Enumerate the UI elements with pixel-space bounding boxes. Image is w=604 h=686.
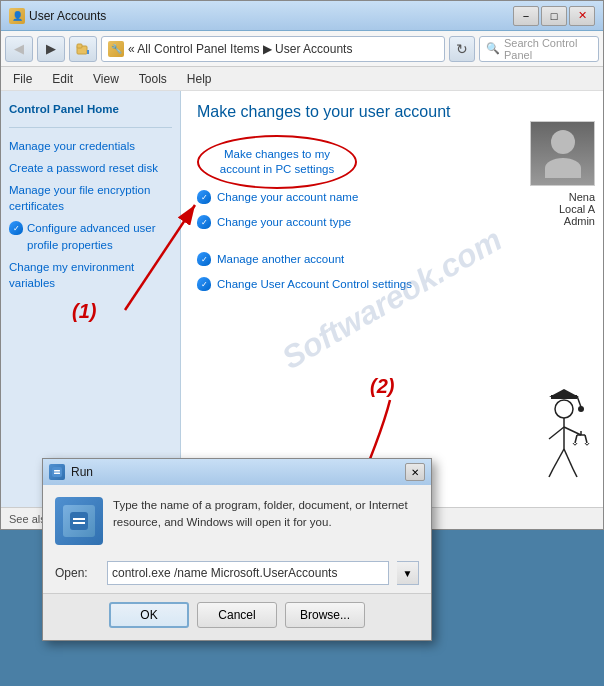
stick-figure [535, 387, 595, 487]
action-link-manage[interactable]: Manage another account [217, 253, 344, 265]
svg-line-12 [575, 435, 577, 443]
svg-line-15 [549, 469, 553, 477]
run-description: Type the name of a program, folder, docu… [113, 497, 419, 545]
main-window: 👤 User Accounts − □ ✕ ◀ ▶ 🔧 « All Contro… [0, 0, 604, 530]
avatar-head [551, 130, 575, 154]
address-bar: ◀ ▶ 🔧 « All Control Panel Items ▶ User A… [1, 31, 603, 67]
svg-rect-20 [54, 473, 60, 475]
svg-rect-18 [52, 467, 62, 477]
run-title-text: Run [71, 465, 93, 479]
svg-rect-21 [70, 512, 88, 530]
title-bar: 👤 User Accounts − □ ✕ [1, 1, 603, 31]
run-dialog: Run ✕ Type the name of a program, folder… [42, 458, 432, 641]
sidebar: Control Panel Home Manage your credentia… [1, 91, 181, 507]
sidebar-advanced-profile[interactable]: Configure advanced user profile properti… [9, 220, 172, 252]
run-app-icon [55, 497, 103, 545]
sidebar-file-encryption[interactable]: Manage your file encryption certificates [9, 182, 172, 214]
annotation-2: (2) [370, 375, 394, 398]
svg-rect-19 [54, 470, 60, 472]
window-icon: 👤 [9, 8, 25, 24]
action-change-name: Change your account name [197, 189, 587, 204]
sidebar-separator [9, 127, 172, 128]
svg-line-14 [553, 449, 564, 469]
svg-line-4 [577, 396, 581, 407]
svg-line-16 [564, 449, 573, 469]
up-button[interactable] [69, 36, 97, 62]
shield-icon-3 [197, 252, 211, 266]
shield-icon-4 [197, 277, 211, 291]
user-avatar [530, 121, 595, 186]
action-link-uac[interactable]: Change User Account Control settings [217, 278, 412, 290]
title-controls: − □ ✕ [513, 6, 595, 26]
search-icon: 🔍 [486, 42, 500, 55]
shield-icon-2 [197, 215, 211, 229]
shield-icon [9, 221, 23, 235]
svg-point-5 [578, 406, 584, 412]
back-button[interactable]: ◀ [5, 36, 33, 62]
run-ok-button[interactable]: OK [109, 602, 189, 628]
panel-title: Make changes to your user account [197, 103, 587, 121]
pc-settings-link[interactable]: Make changes to my account in PC setting… [199, 147, 355, 177]
spacer [197, 239, 587, 251]
svg-rect-1 [77, 44, 82, 48]
svg-line-17 [573, 469, 577, 477]
svg-point-6 [555, 400, 573, 418]
menu-edit[interactable]: Edit [48, 70, 77, 88]
svg-marker-3 [549, 389, 579, 397]
run-cancel-button[interactable]: Cancel [197, 602, 277, 628]
sidebar-home[interactable]: Control Panel Home [9, 101, 172, 117]
menu-view[interactable]: View [89, 70, 123, 88]
run-title-bar: Run ✕ [43, 459, 431, 485]
main-panel: Make changes to your user account Make c… [181, 91, 603, 507]
user-name: Nena Local A Admin [559, 191, 595, 227]
run-browse-button[interactable]: Browse... [285, 602, 365, 628]
run-icon [49, 464, 65, 480]
action-link-name[interactable]: Change your account name [217, 191, 358, 203]
address-path[interactable]: 🔧 « All Control Panel Items ▶ User Accou… [101, 36, 445, 62]
actions-list: Change your account name Change your acc… [197, 189, 587, 291]
close-button[interactable]: ✕ [569, 6, 595, 26]
sidebar-create-reset-disk[interactable]: Create a password reset disk [9, 160, 172, 176]
search-box[interactable]: 🔍 Search Control Panel [479, 36, 599, 62]
run-title-left: Run [49, 464, 93, 480]
menu-bar: File Edit View Tools Help [1, 67, 603, 91]
run-app-inner [63, 505, 95, 537]
path-text: « All Control Panel Items ▶ User Account… [128, 42, 352, 56]
sidebar-manage-credentials[interactable]: Manage your credentials [9, 138, 172, 154]
maximize-button[interactable]: □ [541, 6, 567, 26]
avatar-placeholder [531, 122, 594, 185]
svg-line-9 [564, 427, 581, 435]
run-body: Type the name of a program, folder, docu… [43, 485, 431, 557]
title-bar-left: 👤 User Accounts [9, 8, 106, 24]
forward-button[interactable]: ▶ [37, 36, 65, 62]
svg-line-13 [585, 435, 587, 443]
sidebar-environment-variables[interactable]: Change my environment variables [9, 259, 172, 291]
svg-line-8 [549, 427, 564, 439]
run-open-row: Open: ▼ [43, 557, 431, 593]
refresh-button[interactable]: ↻ [449, 36, 475, 62]
annotation-1: (1) [72, 300, 96, 323]
svg-rect-23 [73, 522, 85, 524]
action-link-type[interactable]: Change your account type [217, 216, 351, 228]
action-uac-settings: Change User Account Control settings [197, 276, 587, 291]
run-close-button[interactable]: ✕ [405, 463, 425, 481]
run-buttons: OK Cancel Browse... [43, 593, 431, 640]
run-dropdown-arrow[interactable]: ▼ [397, 561, 419, 585]
run-input[interactable] [107, 561, 389, 585]
avatar-body [545, 158, 581, 178]
action-change-type: Change your account type [197, 214, 587, 229]
search-placeholder: Search Control Panel [504, 37, 592, 61]
action-manage-account: Manage another account [197, 251, 587, 266]
svg-rect-22 [73, 518, 85, 520]
run-open-label: Open: [55, 566, 99, 580]
content-area: Control Panel Home Manage your credentia… [1, 91, 603, 507]
path-icon: 🔧 [108, 41, 124, 57]
minimize-button[interactable]: − [513, 6, 539, 26]
shield-icon-1 [197, 190, 211, 204]
menu-file[interactable]: File [9, 70, 36, 88]
menu-help[interactable]: Help [183, 70, 216, 88]
window-title: User Accounts [29, 9, 106, 23]
pc-settings-oval: Make changes to my account in PC setting… [197, 135, 357, 189]
menu-tools[interactable]: Tools [135, 70, 171, 88]
